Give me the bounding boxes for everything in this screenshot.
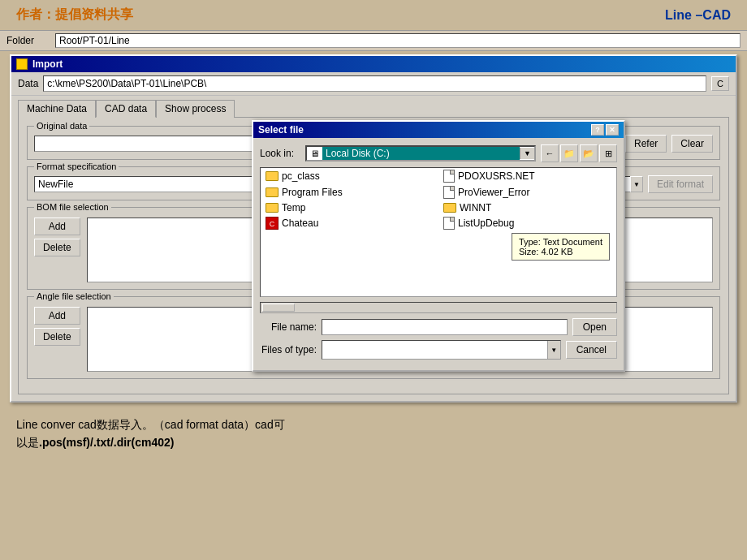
tab-show-process[interactable]: Show process — [156, 100, 235, 118]
file-item-pc-class[interactable]: pc_class — [261, 168, 438, 184]
sf-body: Look in: 🖥 Local Disk (C:) ▼ ← 📁 📂 ⊞ pc_… — [253, 138, 624, 370]
bom-btn-col: Add Delete — [34, 218, 80, 282]
folder-icon — [266, 187, 279, 197]
doc-icon — [443, 217, 455, 230]
top-bar: 作者：提倡资料共享 Line –CAD — [0, 0, 747, 30]
bottom-line2: 以是.pos(msf)/.txt/.dir(cm402) — [16, 433, 731, 451]
folder-icon — [266, 203, 279, 213]
data-c-button[interactable]: C — [711, 76, 729, 91]
sf-filename-row: File name: Open — [260, 318, 617, 336]
sf-titlebar: Select file ? ✕ — [253, 122, 624, 138]
bottom-text: Line conver cad数据导入。（cad format data）cad… — [0, 406, 747, 459]
import-titlebar: Import — [11, 56, 736, 72]
folder-icon — [266, 171, 279, 181]
top-left-title: 作者：提倡资料共享 — [16, 6, 133, 24]
top-right-title: Line –CAD — [665, 8, 731, 23]
sf-help-button[interactable]: ? — [591, 124, 604, 136]
data-row: Data C — [11, 72, 736, 96]
select-file-dialog: Select file ? ✕ Look in: 🖥 Local Disk (C… — [252, 120, 625, 372]
angle-file-label: Angle file selection — [34, 291, 114, 301]
bom-delete-button[interactable]: Delete — [34, 239, 80, 256]
original-data-label: Original data — [34, 121, 89, 131]
look-in-toolbar: ← 📁 📂 ⊞ — [541, 144, 617, 162]
look-in-label: Look in: — [260, 148, 300, 159]
sf-cancel-button[interactable]: Cancel — [566, 341, 617, 359]
sf-close-button[interactable]: ✕ — [606, 124, 619, 136]
angle-add-button[interactable]: Add — [34, 307, 80, 325]
sf-filetype-label: Files of type: — [260, 344, 317, 355]
tab-machine-data[interactable]: Machine Data — [18, 100, 96, 118]
format-select-arrow[interactable]: ▼ — [630, 176, 643, 192]
bom-file-label: BOM file selection — [34, 202, 111, 212]
file-list-area: pc_class PDOXUSRS.NET Program Files ProV… — [260, 167, 617, 297]
look-in-select[interactable]: 🖥 Local Disk (C:) ▼ — [305, 145, 536, 162]
file-item-program-files[interactable]: Program Files — [261, 184, 438, 200]
bom-add-button[interactable]: Add — [34, 218, 80, 235]
special-icon: C — [266, 217, 279, 230]
data-label: Data — [18, 78, 38, 89]
folder-label: Folder — [6, 35, 55, 46]
refer-button[interactable]: Refer — [625, 135, 667, 153]
file-tooltip: Type: Text Document Size: 4.02 KB — [512, 233, 610, 261]
look-in-arrow[interactable]: ▼ — [520, 148, 534, 159]
clear-button[interactable]: Clear — [671, 135, 713, 153]
file-item-chateau[interactable]: C Chateau — [261, 215, 438, 231]
look-in-row: Look in: 🖥 Local Disk (C:) ▼ ← 📁 📂 ⊞ — [260, 144, 617, 162]
sf-filetype-select[interactable] — [322, 341, 560, 359]
format-spec-label: Format specification — [34, 162, 119, 171]
tabs-row: Machine Data CAD data Show process — [11, 96, 736, 117]
import-icon — [16, 58, 28, 70]
filetype-arrow[interactable]: ▼ — [547, 341, 560, 359]
tooltip-line2: Size: 4.02 KB — [519, 247, 602, 256]
import-title: Import — [32, 58, 63, 70]
data-input[interactable] — [43, 75, 706, 92]
h-scrollbar[interactable] — [260, 302, 617, 313]
sf-title-buttons: ? ✕ — [591, 124, 619, 136]
angle-delete-button[interactable]: Delete — [34, 328, 80, 346]
sf-filename-input[interactable] — [322, 319, 568, 335]
file-item-listup[interactable]: ListUpDebug — [438, 215, 616, 231]
doc-icon — [443, 170, 455, 183]
file-item-proviewer[interactable]: ProViewer_Error — [438, 184, 616, 200]
tooltip-line1: Type: Text Document — [519, 237, 602, 247]
sf-open-button[interactable]: Open — [572, 318, 617, 336]
sf-filename-label: File name: — [260, 321, 317, 333]
folder-value: Root/PT-01/Line — [55, 33, 741, 48]
bottom-line1: Line conver cad数据导入。（cad format data）cad… — [16, 416, 731, 433]
doc-icon — [443, 186, 455, 199]
tb-new-folder-button[interactable]: 📂 — [580, 144, 598, 162]
edit-format-button[interactable]: Edit format — [648, 175, 713, 193]
tb-back-button[interactable]: ← — [541, 144, 559, 162]
tb-up-button[interactable]: 📁 — [560, 144, 578, 162]
file-item-temp[interactable]: Temp — [261, 200, 438, 215]
sf-filetype-row: Files of type: ▼ Cancel — [260, 340, 617, 360]
file-item-winnt[interactable]: WINNT — [438, 200, 616, 215]
tb-view-button[interactable]: ⊞ — [599, 144, 617, 162]
folder-bar: Folder Root/PT-01/Line — [0, 30, 747, 51]
tab-cad-data[interactable]: CAD data — [96, 100, 156, 118]
sf-title: Select file — [258, 124, 304, 136]
file-item-pdox[interactable]: PDOXUSRS.NET — [438, 168, 616, 184]
h-scrollbar-thumb[interactable] — [262, 304, 295, 312]
folder-icon — [443, 203, 456, 213]
look-in-value: Local Disk (C:) — [322, 147, 520, 160]
angle-btn-col: Add Delete — [34, 307, 80, 372]
